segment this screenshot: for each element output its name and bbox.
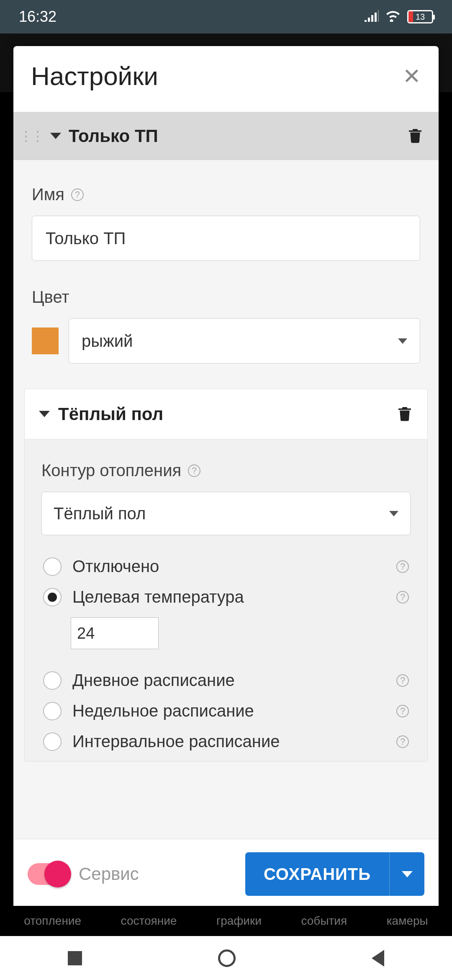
chevron-down-icon (39, 411, 50, 417)
circuit-select-label-row: Контур отопления ? (41, 461, 411, 480)
zone-section-header[interactable]: ⋮⋮ Только ТП (13, 112, 439, 160)
trash-icon[interactable] (396, 404, 413, 424)
modal-header: Настройки ✕ (13, 46, 439, 112)
radio-interval-label: Интервальное расписание (72, 732, 385, 751)
circuit-select[interactable]: Тёплый пол (41, 492, 411, 535)
battery-icon: 13 (407, 10, 433, 23)
android-navbar (0, 936, 452, 980)
nav-recent-icon[interactable] (68, 951, 82, 965)
bottom-tabs: отопление состояние графики события каме… (0, 906, 452, 936)
toggle-knob (44, 861, 71, 887)
color-label: Цвет (32, 288, 69, 307)
save-button[interactable]: СОХРАНИТЬ (245, 852, 389, 896)
color-select-value: рыжий (82, 332, 133, 351)
tab-cameras[interactable]: камеры (387, 914, 428, 928)
zone-section-body: Имя ? Цвет рыжий (13, 160, 439, 368)
tab-heating[interactable]: отопление (24, 914, 81, 928)
trash-icon[interactable] (407, 126, 424, 146)
target-temperature-input[interactable] (71, 617, 159, 649)
radio-icon[interactable] (43, 671, 62, 690)
circuit-select-label: Контур отопления (41, 461, 181, 480)
radio-target[interactable]: Целевая температура ? (41, 582, 411, 612)
tab-state[interactable]: состояние (121, 914, 177, 928)
radio-interval[interactable]: Интервальное расписание ? (41, 726, 411, 757)
save-dropdown-button[interactable] (389, 852, 424, 896)
circuit-title: Тёплый пол (58, 404, 388, 424)
circuit-select-value: Тёплый пол (54, 504, 146, 523)
modal-title: Настройки (31, 61, 158, 91)
service-toggle-label: Сервис (79, 864, 236, 884)
status-bar: 16:32 13 (0, 0, 452, 34)
save-button-group: СОХРАНИТЬ (245, 852, 424, 896)
chevron-down-icon (398, 338, 407, 344)
help-icon[interactable]: ? (396, 735, 409, 748)
circuit-panel: Тёплый пол Контур отопления ? Тёплый пол… (24, 389, 428, 761)
tab-events[interactable]: события (301, 914, 347, 928)
circuit-body: Контур отопления ? Тёплый пол Отключено … (25, 439, 427, 761)
tab-charts[interactable]: графики (216, 914, 262, 928)
close-icon[interactable]: ✕ (403, 64, 421, 89)
help-icon[interactable]: ? (396, 591, 409, 603)
wifi-icon (385, 8, 401, 26)
name-input[interactable] (32, 216, 420, 261)
chevron-down-icon (389, 511, 398, 516)
radio-weekly-label: Недельное расписание (72, 701, 385, 720)
help-icon[interactable]: ? (71, 188, 84, 201)
name-label-row: Имя ? (32, 185, 420, 204)
radio-icon[interactable] (43, 588, 62, 606)
color-select[interactable]: рыжий (69, 318, 420, 364)
radio-icon[interactable] (43, 702, 62, 720)
nav-home-icon[interactable] (218, 949, 236, 967)
drag-handle-icon[interactable]: ⋮⋮ (19, 128, 43, 144)
status-right: 13 (364, 8, 433, 26)
circuit-header[interactable]: Тёплый пол (25, 389, 427, 439)
battery-percent: 13 (416, 12, 425, 22)
radio-daily[interactable]: Дневное расписание ? (41, 665, 411, 696)
radio-target-label: Целевая температура (72, 588, 385, 606)
chevron-down-icon (50, 133, 61, 139)
zone-title: Только ТП (69, 126, 399, 146)
color-swatch[interactable] (32, 328, 59, 354)
modal-body: ⋮⋮ Только ТП Имя ? Цвет рыжий (13, 112, 439, 839)
help-icon[interactable]: ? (396, 705, 409, 717)
settings-modal: Настройки ✕ ⋮⋮ Только ТП Имя ? Цвет (13, 46, 439, 909)
name-label: Имя (32, 185, 64, 204)
radio-icon[interactable] (43, 732, 62, 751)
help-icon[interactable]: ? (188, 464, 200, 477)
service-toggle[interactable] (28, 863, 69, 885)
help-icon[interactable]: ? (396, 560, 409, 573)
chevron-down-icon (402, 871, 413, 877)
radio-daily-label: Дневное расписание (72, 671, 385, 690)
radio-off-label: Отключено (72, 557, 385, 576)
radio-weekly[interactable]: Недельное расписание ? (41, 696, 411, 726)
radio-off[interactable]: Отключено ? (41, 551, 411, 582)
radio-icon[interactable] (43, 557, 62, 576)
modal-footer: Сервис СОХРАНИТЬ (13, 839, 439, 909)
color-row: рыжий (32, 318, 420, 364)
nav-back-icon[interactable] (372, 950, 384, 967)
color-label-row: Цвет (32, 288, 420, 307)
help-icon[interactable]: ? (396, 674, 409, 687)
signal-icon (364, 8, 379, 26)
status-time: 16:32 (19, 8, 56, 26)
